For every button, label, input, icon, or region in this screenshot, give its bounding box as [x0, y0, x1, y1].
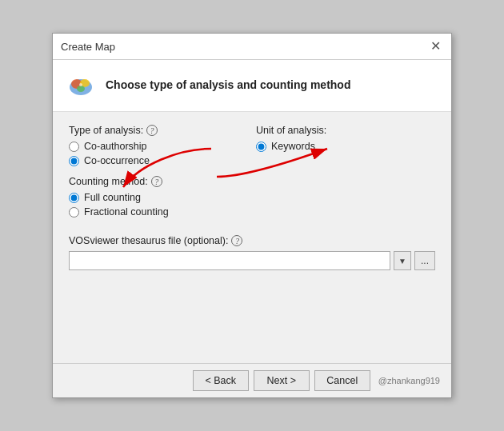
left-column: Type of analysis: ? Co-authorship Co-occ… — [69, 125, 248, 227]
type-of-analysis-help-icon[interactable]: ? — [146, 125, 158, 136]
fractional-counting-radio[interactable] — [69, 207, 79, 217]
full-counting-radio[interactable] — [69, 193, 79, 203]
counting-method-group: Full counting Fractional counting — [69, 192, 248, 217]
title-bar-left: Create Map — [61, 41, 115, 53]
back-button[interactable]: < Back — [193, 370, 249, 391]
keywords-option[interactable]: Keywords — [256, 141, 435, 152]
co-authorship-radio[interactable] — [69, 142, 79, 152]
co-authorship-label: Co-authorship — [84, 141, 147, 152]
map-icon — [66, 70, 96, 100]
two-column-layout: Type of analysis: ? Co-authorship Co-occ… — [69, 125, 435, 227]
thesaurus-browse-button[interactable]: ... — [414, 251, 435, 270]
co-occurrence-option[interactable]: Co-occurrence — [69, 155, 248, 166]
dialog-title: Create Map — [61, 41, 115, 53]
empty-space — [69, 270, 435, 350]
fractional-counting-label: Fractional counting — [84, 206, 169, 217]
browse-icon: ... — [421, 255, 429, 266]
co-occurrence-label: Co-occurrence — [84, 155, 150, 166]
thesaurus-section: VOSviewer thesaurus file (optional): ? ▼… — [69, 235, 435, 270]
full-counting-option[interactable]: Full counting — [69, 192, 248, 203]
svg-point-3 — [77, 86, 85, 92]
next-button[interactable]: Next > — [254, 370, 310, 391]
counting-method-label: Counting method: ? — [69, 176, 248, 187]
keywords-label: Keywords — [271, 141, 315, 152]
full-counting-label: Full counting — [84, 192, 141, 203]
create-map-dialog: Create Map ✕ Choose type of analysis and… — [52, 33, 452, 398]
close-button[interactable]: ✕ — [427, 38, 443, 54]
main-content: Type of analysis: ? Co-authorship Co-occ… — [53, 112, 451, 363]
counting-method-section: Counting method: ? Full counting Fractio… — [69, 176, 248, 217]
title-bar: Create Map ✕ — [53, 34, 451, 60]
type-of-analysis-group: Co-authorship Co-occurrence — [69, 141, 248, 166]
unit-of-analysis-group: Keywords — [256, 141, 435, 152]
svg-point-4 — [79, 83, 82, 86]
cancel-button[interactable]: Cancel — [314, 370, 370, 391]
fractional-counting-option[interactable]: Fractional counting — [69, 206, 248, 217]
keywords-radio[interactable] — [256, 142, 266, 152]
thesaurus-input[interactable] — [69, 251, 390, 270]
co-authorship-option[interactable]: Co-authorship — [69, 141, 248, 152]
right-column: Unit of analysis: Keywords — [248, 125, 435, 227]
dialog-footer: < Back Next > Cancel @zhankang919 — [53, 363, 451, 397]
unit-of-analysis-label: Unit of analysis: — [256, 125, 435, 136]
counting-method-help-icon[interactable]: ? — [151, 176, 162, 187]
watermark: @zhankang919 — [378, 376, 440, 385]
thesaurus-label: VOSviewer thesaurus file (optional): ? — [69, 235, 435, 246]
thesaurus-row: ▼ ... — [69, 251, 435, 270]
dropdown-icon: ▼ — [398, 257, 406, 265]
header-title: Choose type of analysis and counting met… — [106, 78, 350, 91]
thesaurus-dropdown-button[interactable]: ▼ — [394, 251, 411, 270]
type-of-analysis-label: Type of analysis: ? — [69, 125, 248, 136]
thesaurus-help-icon[interactable]: ? — [231, 235, 242, 246]
header-section: Choose type of analysis and counting met… — [53, 60, 451, 112]
co-occurrence-radio[interactable] — [69, 156, 79, 166]
